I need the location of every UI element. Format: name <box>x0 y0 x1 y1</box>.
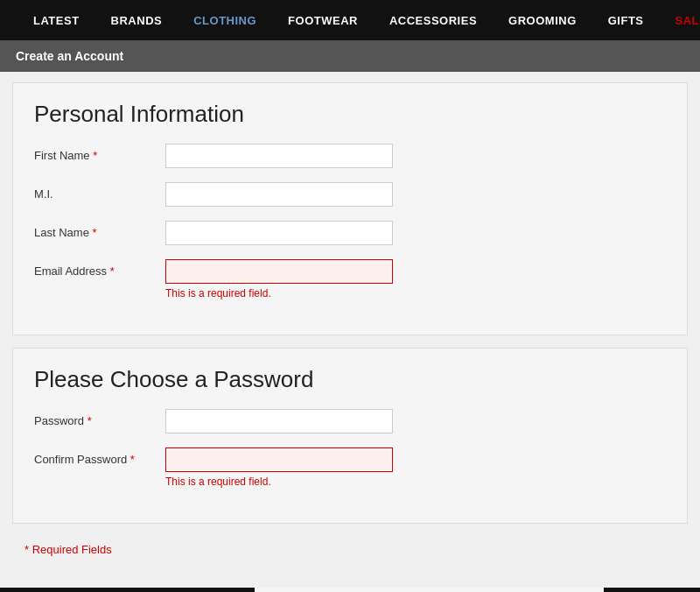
nav-clothing[interactable]: CLOTHING <box>178 14 272 27</box>
mi-label: M.I. <box>34 182 165 201</box>
first-name-row: First Name * <box>34 144 666 168</box>
last-name-input[interactable] <box>165 221 393 245</box>
footer-bar: STAY UP-TO-DATE: JOIN NOW <box>0 588 700 592</box>
mi-row: M.I. <box>34 182 666 207</box>
main-content: Personal Information First Name * M.I. L… <box>0 72 700 579</box>
footer-email-wrap <box>255 588 604 592</box>
required-fields-note: * Required Fields <box>12 536 688 568</box>
nav-footwear[interactable]: FOOTWEAR <box>272 14 374 27</box>
password-field-wrap <box>165 409 393 433</box>
password-input[interactable] <box>165 409 393 433</box>
last-name-label: Last Name * <box>34 221 165 239</box>
nav-sale[interactable]: SALE <box>660 14 700 27</box>
first-name-required-star: * <box>93 149 97 162</box>
footer-join-button[interactable]: JOIN NOW <box>604 588 700 592</box>
email-required-star: * <box>110 264 115 278</box>
main-nav: LATEST BRANDS CLOTHING FOOTWEAR ACCESSOR… <box>0 0 700 40</box>
confirm-password-input[interactable] <box>165 448 393 472</box>
nav-gifts[interactable]: GIFTS <box>592 14 660 27</box>
first-name-input[interactable] <box>165 144 393 168</box>
nav-latest[interactable]: LATEST <box>18 14 95 27</box>
email-field-wrap: This is a required field. <box>165 259 393 300</box>
last-name-field-wrap <box>165 221 393 245</box>
mi-field-wrap <box>165 182 393 207</box>
page-header: Create an Account <box>0 40 700 72</box>
last-name-required-star: * <box>92 226 96 239</box>
confirm-password-row: Confirm Password * This is a required fi… <box>34 448 666 488</box>
password-label: Password * <box>34 409 165 427</box>
first-name-field-wrap <box>165 144 393 168</box>
password-row: Password * <box>34 409 666 433</box>
nav-accessories[interactable]: ACCESSORIES <box>374 14 493 27</box>
email-row: Email Address * This is a required field… <box>34 259 666 300</box>
password-required-star: * <box>88 414 92 427</box>
last-name-row: Last Name * <box>34 221 666 245</box>
confirm-password-error-msg: This is a required field. <box>165 476 393 488</box>
nav-brands[interactable]: BRANDS <box>95 14 178 27</box>
nav-grooming[interactable]: GROOMING <box>493 14 592 27</box>
first-name-label: First Name * <box>34 144 165 162</box>
email-input[interactable] <box>165 259 393 284</box>
password-title: Please Choose a Password <box>34 366 666 393</box>
confirm-password-label: Confirm Password * <box>34 448 165 466</box>
email-label: Email Address * <box>34 259 165 278</box>
personal-info-section: Personal Information First Name * M.I. L… <box>12 82 688 335</box>
personal-info-title: Personal Information <box>34 101 666 128</box>
mi-input[interactable] <box>165 182 393 207</box>
confirm-password-field-wrap: This is a required field. <box>165 448 393 488</box>
email-error-msg: This is a required field. <box>165 287 393 300</box>
confirm-password-required-star: * <box>130 453 135 466</box>
password-section: Please Choose a Password Password * Conf… <box>12 348 688 524</box>
